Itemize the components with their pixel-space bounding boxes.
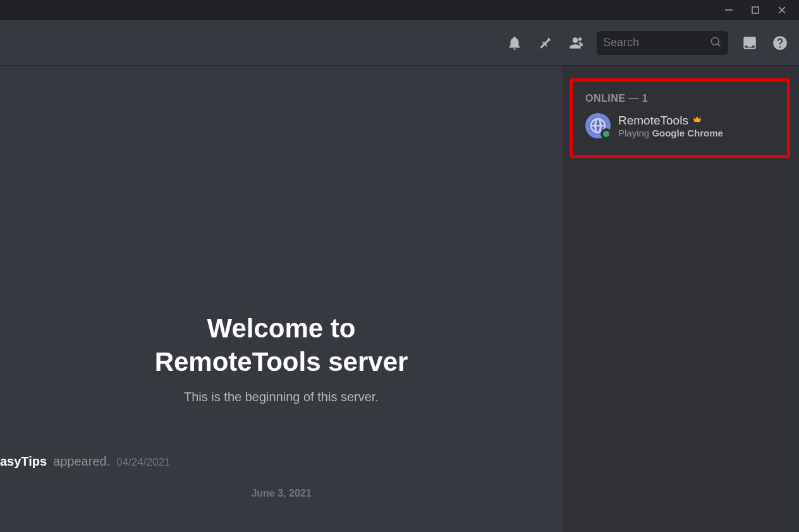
pinned-messages-button[interactable] bbox=[536, 34, 554, 52]
system-message: asyTips appeared. 04/24/2021 bbox=[0, 454, 563, 469]
member-username: RemoteTools bbox=[618, 114, 723, 128]
channel-header: Search bbox=[0, 20, 799, 66]
members-highlight-box: ONLINE — 1 RemoteTools bbox=[570, 78, 790, 158]
date-divider: June 3, 2021 bbox=[0, 488, 563, 499]
help-icon bbox=[772, 35, 788, 51]
maximize-icon bbox=[752, 6, 759, 14]
status-online-icon bbox=[601, 128, 612, 140]
member-row[interactable]: RemoteTools Playing Google Chrome bbox=[582, 111, 779, 141]
welcome-block: Welcome to RemoteTools server This is th… bbox=[60, 312, 503, 404]
welcome-title: Welcome to RemoteTools server bbox=[60, 312, 503, 378]
crown-icon bbox=[692, 114, 702, 128]
date-divider-label: June 3, 2021 bbox=[243, 488, 319, 499]
scrollbar[interactable] bbox=[793, 66, 799, 532]
member-list-toggle[interactable] bbox=[566, 34, 584, 52]
system-message-verb: appeared. bbox=[53, 454, 110, 469]
window-minimize-button[interactable] bbox=[716, 0, 742, 20]
search-placeholder: Search bbox=[603, 36, 639, 49]
avatar bbox=[585, 113, 611, 138]
inbox-icon bbox=[741, 35, 758, 51]
window-close-button[interactable] bbox=[769, 0, 795, 20]
svg-rect-0 bbox=[725, 9, 733, 11]
system-message-name: asyTips bbox=[0, 454, 47, 469]
search-icon bbox=[709, 35, 722, 51]
member-activity: Playing Google Chrome bbox=[618, 128, 723, 138]
bell-icon bbox=[506, 35, 523, 51]
welcome-subtitle: This is the beginning of this server. bbox=[60, 390, 503, 404]
members-icon bbox=[567, 35, 583, 51]
inbox-button[interactable] bbox=[741, 34, 759, 52]
search-input[interactable]: Search bbox=[597, 31, 728, 55]
svg-rect-1 bbox=[752, 7, 759, 13]
window-maximize-button[interactable] bbox=[742, 0, 769, 20]
svg-point-2 bbox=[711, 37, 719, 45]
members-sidebar: ONLINE — 1 RemoteTools bbox=[563, 66, 799, 532]
help-button[interactable] bbox=[771, 34, 789, 52]
pin-icon bbox=[537, 35, 553, 51]
window-titlebar bbox=[0, 0, 799, 20]
minimize-icon bbox=[725, 6, 733, 14]
notifications-button[interactable] bbox=[506, 34, 523, 52]
members-heading: ONLINE — 1 bbox=[585, 93, 779, 104]
welcome-title-line1: Welcome to bbox=[207, 313, 356, 343]
chat-area: Welcome to RemoteTools server This is th… bbox=[0, 66, 563, 532]
system-message-date: 04/24/2021 bbox=[116, 456, 170, 469]
welcome-title-line2: RemoteTools server bbox=[155, 347, 408, 377]
divider bbox=[0, 426, 563, 426]
close-icon bbox=[778, 6, 786, 14]
